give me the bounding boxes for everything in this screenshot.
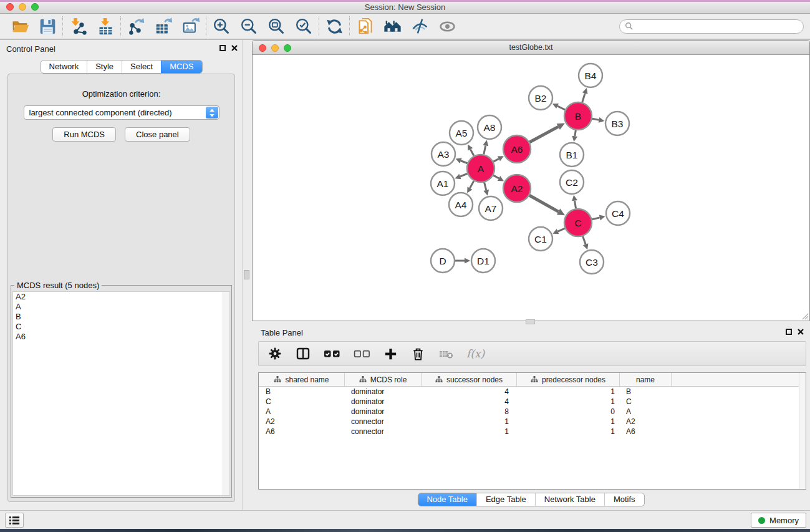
graph-node-C2[interactable]: C2 [560, 170, 584, 194]
graph-edge-A6-B[interactable] [529, 127, 558, 142]
tab-edge-table[interactable]: Edge Table [476, 493, 535, 506]
close-table-panel-icon[interactable] [798, 329, 804, 335]
table-row[interactable]: A2connector11A2 [259, 417, 806, 427]
graph-edge-C-C3[interactable] [583, 236, 586, 244]
graph-node-B3[interactable]: B3 [605, 112, 629, 135]
import-network-icon[interactable] [67, 16, 89, 36]
column-header-predecessor-nodes[interactable]: predecessor nodes [517, 373, 620, 386]
result-list-scrollbar[interactable] [223, 292, 229, 495]
network-window-titlebar[interactable]: testGlobe.txt [253, 41, 809, 55]
graph-edge-A-A3[interactable] [461, 161, 468, 163]
graph-edge-C-C4[interactable] [592, 218, 599, 220]
tab-style[interactable]: Style [87, 60, 122, 73]
result-list-item[interactable]: C [13, 322, 229, 332]
close-panel-button[interactable]: Close panel [125, 127, 190, 142]
graph-edge-A-A2[interactable] [493, 175, 499, 178]
graph-node-A5[interactable]: A5 [450, 121, 473, 145]
column-header-name[interactable]: name [620, 373, 672, 386]
graph-edge-A-A7[interactable] [485, 182, 486, 190]
result-list-item[interactable]: A6 [13, 332, 229, 342]
float-table-panel-icon[interactable] [786, 329, 792, 335]
float-panel-icon[interactable] [219, 45, 226, 51]
zoom-out-icon[interactable] [238, 16, 259, 36]
tab-node-table[interactable]: Node Table [418, 493, 476, 506]
delete-table-icon[interactable] [438, 346, 453, 362]
graph-node-A2[interactable]: A2 [503, 175, 531, 202]
graph-node-A1[interactable]: A1 [431, 172, 455, 195]
graph-node-D[interactable]: D [431, 249, 455, 273]
task-history-button[interactable] [5, 513, 24, 528]
split-columns-icon[interactable] [296, 346, 311, 362]
zoom-fit-icon[interactable] [266, 16, 287, 36]
houses-icon[interactable] [382, 16, 403, 36]
tab-network[interactable]: Network [41, 60, 87, 73]
tab-select[interactable]: Select [122, 60, 161, 73]
graph-edge-B-B4[interactable] [582, 94, 585, 102]
delete-column-icon[interactable] [411, 346, 425, 362]
memory-button[interactable]: Memory [751, 513, 806, 528]
graph-node-A8[interactable]: A8 [478, 115, 501, 139]
gear-icon[interactable] [268, 346, 282, 362]
column-header-mcds-role[interactable]: MCDS role [345, 373, 422, 386]
graph-edge-B-B2[interactable] [557, 106, 565, 110]
graph-node-C4[interactable]: C4 [606, 201, 630, 225]
run-mcds-button[interactable]: Run MCDS [52, 127, 116, 142]
toolbar-search[interactable] [619, 19, 804, 34]
import-table-icon[interactable] [95, 16, 116, 36]
node-table[interactable]: shared nameMCDS rolesuccessor nodesprede… [258, 372, 806, 490]
table-row[interactable]: A6connector11A6 [259, 427, 806, 437]
graph-edge-A-A1[interactable] [460, 173, 468, 177]
result-list-item[interactable]: A2 [13, 292, 229, 302]
hide-details-icon[interactable] [409, 16, 430, 36]
graph-edge-B-B1[interactable] [575, 130, 576, 137]
table-scrollbar[interactable] [799, 373, 806, 489]
open-session-icon[interactable] [9, 16, 31, 36]
tab-motifs[interactable]: Motifs [604, 493, 644, 506]
copy-network-icon[interactable] [354, 16, 375, 36]
result-list-item[interactable]: A [13, 302, 229, 312]
refresh-icon[interactable] [324, 16, 345, 36]
zoom-selected-icon[interactable] [293, 16, 314, 36]
select-all-checks-icon[interactable] [324, 346, 340, 362]
graph-node-B[interactable]: B [564, 102, 592, 130]
show-details-icon[interactable] [436, 16, 458, 36]
export-network-icon[interactable] [125, 16, 147, 36]
graph-edge-A-A5[interactable] [470, 149, 474, 155]
graph-edge-C-C1[interactable] [558, 228, 565, 231]
deselect-all-checks-icon[interactable] [354, 346, 370, 362]
graph-node-C[interactable]: C [564, 209, 592, 236]
network-canvas[interactable]: B4B2BB3B1A5A8A3A6AA1C2A4A7A2CC4C1C3DD1 [253, 55, 809, 321]
column-header-successor-nodes[interactable]: successor nodes [422, 373, 517, 386]
save-session-icon[interactable] [37, 16, 58, 36]
panel-splitter-grip[interactable] [244, 270, 249, 279]
graph-edge-C-C2[interactable] [575, 201, 576, 209]
graph-node-A6[interactable]: A6 [503, 135, 531, 163]
graph-node-A4[interactable]: A4 [449, 193, 473, 216]
graph-node-B2[interactable]: B2 [529, 86, 552, 110]
graph-edge-A2-C[interactable] [529, 195, 559, 211]
graph-node-A3[interactable]: A3 [432, 142, 455, 166]
column-header-shared-name[interactable]: shared name [259, 373, 345, 386]
table-row[interactable]: Adominator80A [259, 407, 806, 417]
graph-edge-A-A6[interactable] [493, 159, 499, 162]
graph-node-A7[interactable]: A7 [479, 196, 503, 220]
graph-node-A[interactable]: A [467, 155, 494, 182]
graph-edge-B-B3[interactable] [592, 118, 599, 120]
graph-edge-A-A8[interactable] [484, 145, 486, 154]
graph-node-D1[interactable]: D1 [471, 249, 495, 273]
tab-mcds[interactable]: MCDS [161, 60, 201, 73]
export-image-icon[interactable] [180, 16, 201, 36]
table-splitter-grip[interactable] [526, 319, 535, 324]
graph-node-B1[interactable]: B1 [560, 143, 584, 167]
criterion-dropdown[interactable]: largest connected component (directed) [24, 105, 219, 120]
mcds-result-list[interactable]: A2ABCA6 [12, 291, 230, 496]
table-row[interactable]: Bdominator41B [259, 387, 806, 397]
close-panel-icon[interactable] [231, 45, 238, 51]
graph-node-C3[interactable]: C3 [580, 250, 604, 274]
resize-grip-icon[interactable] [801, 312, 809, 320]
zoom-in-icon[interactable] [211, 16, 232, 36]
function-builder-icon[interactable]: f(x) [466, 346, 485, 362]
graph-node-C1[interactable]: C1 [529, 227, 552, 251]
table-row[interactable]: Cdominator41C [259, 397, 806, 407]
result-list-item[interactable]: B [13, 312, 229, 322]
